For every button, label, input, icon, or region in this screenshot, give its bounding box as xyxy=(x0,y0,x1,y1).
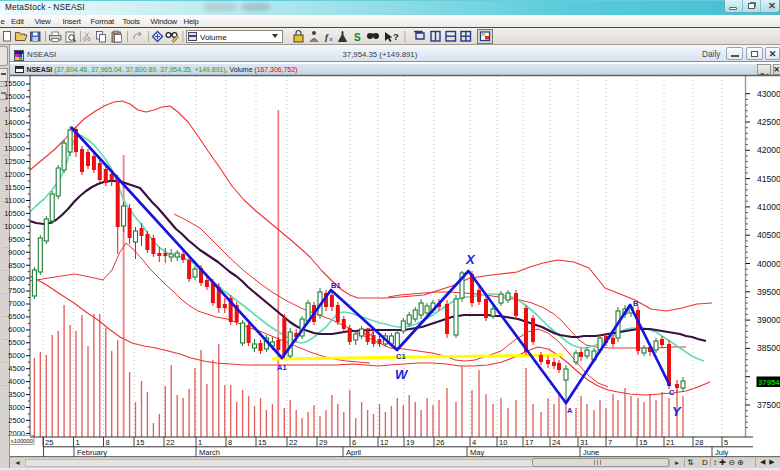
svg-text:1: 1 xyxy=(76,438,80,447)
svg-text:March: March xyxy=(199,448,220,457)
svg-text:8000: 8000 xyxy=(8,274,25,283)
svg-text:37500: 37500 xyxy=(757,400,780,410)
svg-text:15: 15 xyxy=(136,438,144,447)
svg-text:7500: 7500 xyxy=(8,286,25,295)
svg-text:14500: 14500 xyxy=(4,105,25,114)
svg-text:10: 10 xyxy=(499,438,507,447)
svg-text:W: W xyxy=(395,367,409,382)
svg-text:12500: 12500 xyxy=(4,157,25,166)
svg-text:A1: A1 xyxy=(277,363,287,372)
svg-text:July: July xyxy=(715,448,729,457)
svg-text:3000: 3000 xyxy=(8,403,25,412)
svg-text:15000: 15000 xyxy=(4,92,25,101)
svg-text:40500: 40500 xyxy=(757,230,780,240)
svg-text:15500: 15500 xyxy=(4,79,25,88)
svg-text:43000: 43000 xyxy=(757,89,780,99)
svg-text:14000: 14000 xyxy=(4,118,25,127)
svg-text:31: 31 xyxy=(580,438,588,447)
svg-text:February: February xyxy=(77,448,107,457)
svg-text:4000: 4000 xyxy=(8,377,25,386)
svg-text:12000: 12000 xyxy=(4,170,25,179)
svg-text:8: 8 xyxy=(106,438,110,447)
svg-text:13000: 13000 xyxy=(4,144,25,153)
svg-text:5000: 5000 xyxy=(8,351,25,360)
svg-text:28: 28 xyxy=(695,438,703,447)
svg-text:37954.3: 37954.3 xyxy=(758,378,780,387)
svg-text:15: 15 xyxy=(258,438,266,447)
svg-text:40000: 40000 xyxy=(757,259,780,269)
svg-text:11500: 11500 xyxy=(5,183,25,192)
svg-text:C: C xyxy=(669,388,675,397)
svg-text:42000: 42000 xyxy=(757,145,780,155)
svg-text:5500: 5500 xyxy=(8,338,25,347)
svg-text:1: 1 xyxy=(198,438,202,447)
svg-text:42500: 42500 xyxy=(757,117,780,127)
svg-text:8500: 8500 xyxy=(8,261,25,270)
svg-text:41000: 41000 xyxy=(757,202,780,212)
svg-text:21: 21 xyxy=(666,438,674,447)
svg-text:X: X xyxy=(465,252,476,267)
svg-text:12: 12 xyxy=(380,438,388,447)
svg-text:May: May xyxy=(470,448,484,457)
svg-text:5: 5 xyxy=(724,438,728,447)
svg-text:22: 22 xyxy=(289,438,297,447)
svg-text:17: 17 xyxy=(525,438,533,447)
svg-text:9500: 9500 xyxy=(8,235,25,244)
svg-text:7: 7 xyxy=(608,438,612,447)
svg-text:Y: Y xyxy=(672,404,682,419)
svg-text:April: April xyxy=(346,448,361,457)
svg-text:4: 4 xyxy=(472,438,476,447)
svg-text:10500: 10500 xyxy=(4,209,25,218)
svg-text:13500: 13500 xyxy=(4,131,25,140)
svg-text:9000: 9000 xyxy=(8,248,25,257)
svg-text:29: 29 xyxy=(319,438,327,447)
svg-text:C1: C1 xyxy=(396,352,406,361)
svg-text:38500: 38500 xyxy=(757,343,780,353)
svg-text:19: 19 xyxy=(406,438,414,447)
svg-text:June: June xyxy=(583,448,599,457)
svg-text:24: 24 xyxy=(552,438,560,447)
svg-text:41500: 41500 xyxy=(757,174,780,184)
svg-text:26: 26 xyxy=(436,438,444,447)
svg-text:6: 6 xyxy=(352,438,356,447)
svg-text:B: B xyxy=(633,299,639,308)
svg-text:11000: 11000 xyxy=(5,196,25,205)
svg-text:22: 22 xyxy=(166,438,174,447)
svg-text:4500: 4500 xyxy=(8,364,25,373)
svg-text:25: 25 xyxy=(45,438,53,447)
svg-text:A: A xyxy=(567,406,573,415)
svg-text:8: 8 xyxy=(228,438,232,447)
svg-text:B1: B1 xyxy=(331,281,341,290)
svg-text:3500: 3500 xyxy=(8,390,25,399)
svg-text:6000: 6000 xyxy=(8,325,25,334)
svg-text:x100000: x100000 xyxy=(11,438,33,444)
svg-text:10000: 10000 xyxy=(4,222,25,231)
svg-text:39000: 39000 xyxy=(757,315,780,325)
svg-text:39500: 39500 xyxy=(757,287,780,297)
svg-text:2500: 2500 xyxy=(8,416,25,425)
svg-text:7000: 7000 xyxy=(8,299,25,308)
svg-text:6500: 6500 xyxy=(8,312,25,321)
svg-text:15: 15 xyxy=(639,438,647,447)
